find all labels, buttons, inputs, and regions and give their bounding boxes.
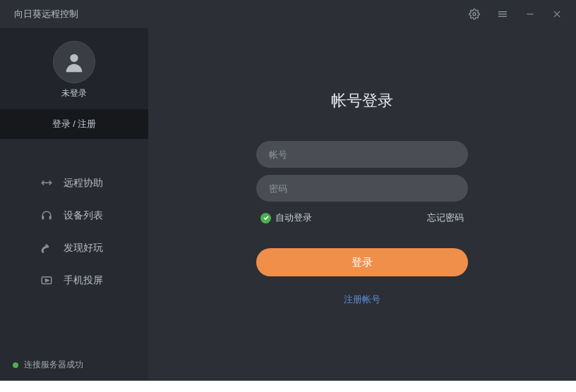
gear-icon[interactable]: [469, 8, 480, 20]
sidebar-item-discover[interactable]: 发现好玩: [0, 232, 148, 264]
avatar[interactable]: [53, 41, 95, 83]
register-link[interactable]: 注册帐号: [256, 293, 468, 306]
password-input[interactable]: [256, 175, 468, 202]
titlebar: 向日葵远程控制: [0, 0, 576, 28]
login-options-row: 自动登录 忘记密码: [256, 209, 468, 227]
window-controls: [469, 8, 562, 20]
avatar-label: 未登录: [61, 87, 87, 99]
sidebar-item-label: 设备列表: [64, 209, 103, 222]
svg-point-0: [473, 13, 476, 16]
sidebar-item-label: 发现好玩: [64, 242, 103, 255]
sidebar-item-label: 手机投屏: [64, 274, 103, 287]
headphones-icon: [40, 209, 54, 222]
body: 未登录 登录 / 注册 远程协助 设备列表: [0, 28, 576, 381]
menu-icon[interactable]: [497, 8, 508, 20]
login-form: 自动登录 忘记密码 登录 注册帐号: [256, 141, 468, 306]
login-button[interactable]: 登录: [256, 248, 468, 276]
svg-point-7: [70, 54, 78, 62]
sidebar-item-devices[interactable]: 设备列表: [0, 200, 148, 232]
app-title: 向日葵远程控制: [14, 8, 78, 20]
login-title: 帐号登录: [331, 90, 393, 111]
profile-section: 未登录: [0, 28, 148, 109]
arrows-icon: [40, 177, 54, 190]
status-text: 连接服务器成功: [24, 359, 83, 371]
close-icon[interactable]: [552, 9, 562, 19]
sidebar-item-label: 远程协助: [64, 177, 103, 190]
check-icon: [260, 213, 271, 223]
sidebar-item-remote-assist[interactable]: 远程协助: [0, 167, 148, 200]
svg-marker-11: [46, 279, 49, 282]
satellite-icon: [40, 242, 54, 255]
status-bar: 连接服务器成功: [0, 349, 148, 381]
auto-login-checkbox[interactable]: 自动登录: [260, 212, 312, 224]
login-register-link[interactable]: 登录 / 注册: [0, 109, 148, 139]
cast-icon: [40, 274, 54, 287]
nav: 远程协助 设备列表 发现好玩: [0, 139, 148, 297]
content: 帐号登录 自动登录 忘记密码 登录 注册帐号: [148, 28, 576, 381]
forgot-password-link[interactable]: 忘记密码: [427, 212, 464, 224]
svg-point-9: [42, 251, 44, 253]
account-input[interactable]: [256, 141, 468, 168]
sidebar: 未登录 登录 / 注册 远程协助 设备列表: [0, 28, 148, 381]
app-window: 向日葵远程控制 未登录 登录 / 注册: [0, 0, 576, 381]
status-dot-icon: [13, 362, 18, 368]
minimize-icon[interactable]: [525, 9, 535, 19]
sidebar-item-cast[interactable]: 手机投屏: [0, 264, 148, 297]
auto-login-label: 自动登录: [275, 212, 312, 224]
